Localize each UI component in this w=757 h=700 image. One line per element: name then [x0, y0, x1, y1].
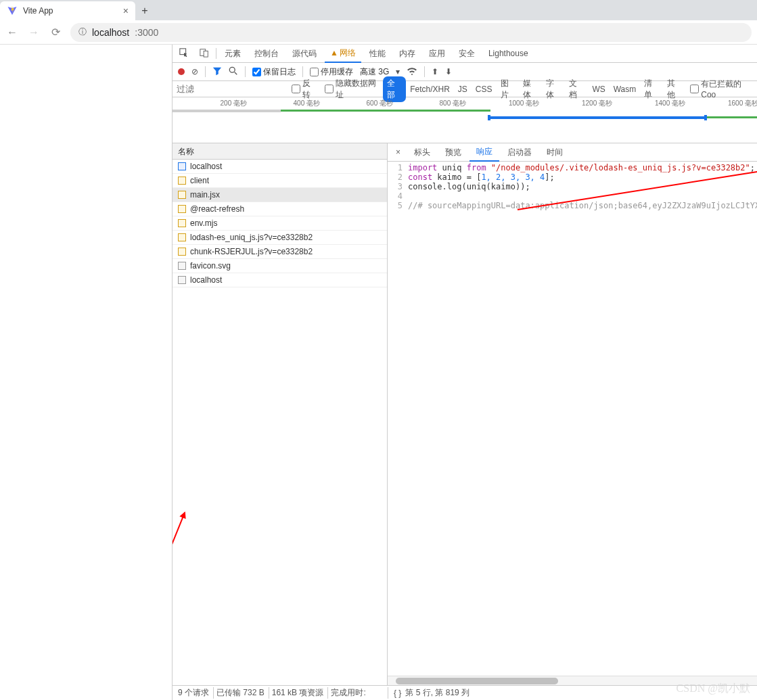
new-tab-button[interactable]: +: [135, 1, 154, 20]
status-finish: 完成用时:: [331, 687, 369, 699]
tab-title: Vite App: [23, 6, 118, 16]
filter-fetch[interactable]: Fetch/XHR: [406, 83, 454, 95]
request-item[interactable]: localhost: [173, 160, 387, 174]
file-icon: [178, 276, 186, 284]
forward-button[interactable]: →: [27, 26, 41, 39]
throttle-chevron-icon[interactable]: ▾: [396, 67, 400, 76]
js-icon: [178, 219, 186, 227]
back-button[interactable]: ←: [5, 26, 19, 39]
filter-js[interactable]: JS: [454, 83, 472, 95]
request-item[interactable]: favicon.svg: [173, 259, 387, 273]
detail-tab-headers[interactable]: 标头: [407, 144, 437, 161]
svg-line-4: [235, 72, 237, 74]
reload-button[interactable]: ⟳: [49, 26, 62, 39]
request-item[interactable]: chunk-RSJERJUL.js?v=ce3328b2: [173, 245, 387, 259]
svg-rect-2: [204, 51, 208, 57]
address-bar: ← → ⟳ ⓘ localhost:3000: [0, 20, 757, 45]
inspect-icon[interactable]: [175, 45, 193, 62]
tab-performance[interactable]: 性能: [364, 45, 391, 62]
site-info-icon[interactable]: ⓘ: [78, 26, 87, 38]
detail-tab-timing[interactable]: 时间: [540, 144, 570, 161]
request-item[interactable]: lodash-es_uniq_js.js?v=ce3328b2: [173, 231, 387, 245]
svg-point-3: [229, 67, 235, 72]
request-item[interactable]: main.jsx: [173, 188, 387, 202]
js-icon: [178, 248, 186, 256]
detail-tabs: × 标头 预览 响应 启动器 时间: [388, 143, 757, 162]
detail-panel: × 标头 预览 响应 启动器 时间 1import uniq from "/no…: [388, 143, 757, 685]
browser-tab[interactable]: Vite App ×: [0, 1, 135, 20]
clear-button[interactable]: ⊘: [191, 67, 198, 76]
tab-application[interactable]: 应用: [423, 45, 451, 62]
filter-row: 反转 隐藏数据网址 全部 Fetch/XHR JS CSS 图片 媒体 字体 文…: [173, 81, 757, 97]
js-icon: [178, 233, 186, 241]
network-timeline[interactable]: 200 毫秒 400 毫秒 600 毫秒 800 毫秒 1000 毫秒 1200…: [173, 97, 757, 143]
record-button[interactable]: [178, 68, 185, 75]
filter-toggle-icon[interactable]: [212, 66, 222, 78]
disable-cache-checkbox[interactable]: 停用缓存: [310, 66, 353, 78]
detail-tab-response[interactable]: 响应: [469, 143, 499, 162]
device-icon[interactable]: [196, 45, 213, 62]
format-icon[interactable]: { }: [394, 689, 401, 698]
blocked-cookies-checkbox[interactable]: 有已拦截的 Coo: [686, 78, 757, 99]
tab-lighthouse[interactable]: Lighthouse: [483, 46, 534, 61]
warning-icon: ▲: [330, 48, 338, 57]
status-bar: 9 个请求 已传输 732 B 161 kB 项资源 完成用时: { } 第 5…: [173, 685, 757, 700]
address-input[interactable]: ⓘ localhost:3000: [70, 23, 752, 42]
watermark: CSDN @凯小默: [676, 682, 750, 696]
request-panel: 名称 localhost client main.jsx @react-refr…: [173, 143, 388, 685]
tab-console[interactable]: 控制台: [249, 45, 284, 62]
detail-tab-preview[interactable]: 预览: [438, 144, 468, 161]
download-icon[interactable]: ⬇: [445, 67, 452, 76]
browser-tab-bar: Vite App × +: [0, 0, 757, 20]
filter-input[interactable]: [173, 83, 288, 95]
request-item[interactable]: client: [173, 174, 387, 188]
close-detail-icon[interactable]: ×: [390, 145, 406, 160]
request-header-name[interactable]: 名称: [173, 143, 387, 160]
tab-elements[interactable]: 元素: [219, 45, 246, 62]
vite-icon: [7, 5, 18, 16]
tab-security[interactable]: 安全: [453, 45, 480, 62]
js-icon: [178, 191, 186, 199]
throttle-select[interactable]: 高速 3G: [360, 66, 389, 78]
url-host: localhost: [92, 27, 129, 38]
search-icon[interactable]: [229, 66, 238, 78]
doc-icon: [178, 162, 186, 170]
upload-icon[interactable]: ⬆: [432, 67, 438, 76]
status-requests: 9 个请求: [178, 687, 214, 699]
filter-wasm[interactable]: Wasm: [610, 83, 641, 95]
tab-sources[interactable]: 源代码: [287, 45, 322, 62]
detail-tab-initiator[interactable]: 启动器: [501, 144, 538, 161]
js-icon: [178, 177, 186, 185]
preserve-log-checkbox[interactable]: 保留日志: [252, 66, 296, 78]
cursor-position: 第 5 行, 第 819 列: [405, 687, 469, 699]
url-port: :3000: [135, 27, 158, 38]
response-code[interactable]: 1import uniq from "/node_modules/.vite/l…: [388, 162, 757, 676]
status-resources: 161 kB 项资源: [272, 687, 329, 699]
js-icon: [178, 205, 186, 213]
filter-css[interactable]: CSS: [472, 83, 497, 95]
status-transferred: 已传输 732 B: [216, 687, 269, 699]
wifi-icon[interactable]: [407, 67, 417, 77]
devtools-tabs: 元素 控制台 源代码 ▲网络 性能 内存 应用 安全 Lighthouse: [173, 45, 757, 63]
tab-memory[interactable]: 内存: [394, 45, 421, 62]
devtools-panel: 元素 控制台 源代码 ▲网络 性能 内存 应用 安全 Lighthouse ⊘ …: [172, 45, 757, 700]
tab-close-icon[interactable]: ×: [123, 5, 129, 16]
request-item[interactable]: @react-refresh: [173, 202, 387, 216]
request-item[interactable]: env.mjs: [173, 216, 387, 231]
tab-network[interactable]: ▲网络: [325, 45, 361, 63]
request-item[interactable]: localhost: [173, 273, 387, 287]
file-icon: [178, 262, 186, 270]
request-list: localhost client main.jsx @react-refresh…: [173, 160, 387, 685]
filter-ws[interactable]: WS: [588, 83, 609, 95]
main-split: 名称 localhost client main.jsx @react-refr…: [173, 143, 757, 685]
